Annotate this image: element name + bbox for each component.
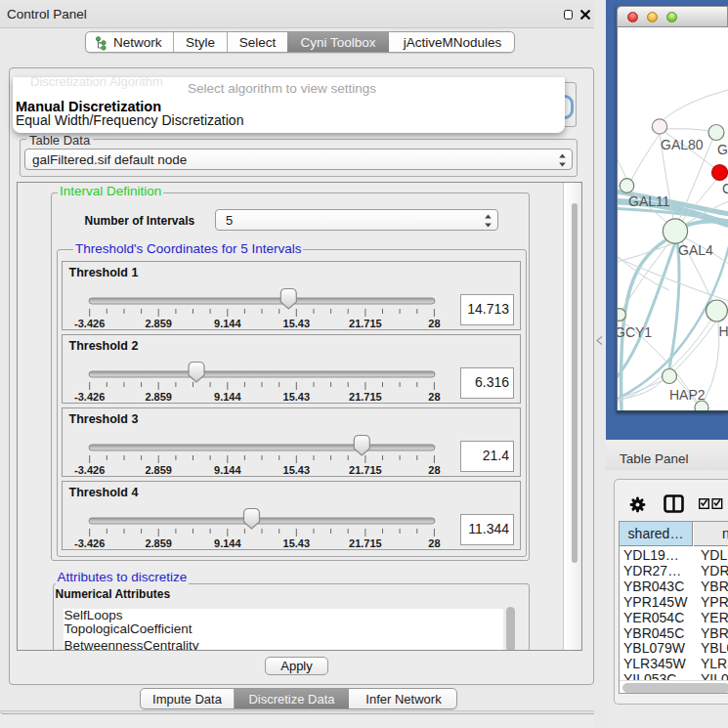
svg-text:GAL11: GAL11 — [628, 193, 670, 209]
svg-text:9.144: 9.144 — [214, 464, 241, 476]
svg-text:28: 28 — [428, 537, 440, 549]
svg-text:C: C — [722, 181, 728, 196]
svg-text:15.43: 15.43 — [283, 537, 311, 549]
svg-text:15.43: 15.43 — [283, 391, 311, 403]
svg-text:21.715: 21.715 — [349, 318, 382, 329]
svg-text:-3.426: -3.426 — [74, 318, 105, 329]
svg-text:2.859: 2.859 — [145, 537, 172, 549]
svg-text:2.859: 2.859 — [145, 464, 172, 476]
svg-text:GCY1: GCY1 — [618, 324, 652, 340]
svg-text:21.715: 21.715 — [349, 537, 382, 549]
svg-text:9.144: 9.144 — [214, 318, 241, 329]
svg-text:28: 28 — [428, 464, 440, 476]
svg-text:2.859: 2.859 — [145, 391, 172, 403]
svg-text:GAL4: GAL4 — [678, 242, 713, 258]
svg-text:9.144: 9.144 — [214, 391, 241, 403]
svg-text:-3.426: -3.426 — [74, 537, 105, 549]
svg-text:15.43: 15.43 — [283, 318, 311, 329]
svg-text:H: H — [719, 323, 728, 339]
svg-text:2.859: 2.859 — [145, 318, 172, 329]
svg-text:15.43: 15.43 — [283, 464, 311, 476]
svg-text:GAL80: GAL80 — [661, 137, 704, 152]
svg-text:21.715: 21.715 — [349, 391, 382, 403]
svg-text:28: 28 — [428, 318, 440, 329]
svg-text:-3.426: -3.426 — [74, 464, 105, 476]
svg-text:GA: GA — [717, 142, 728, 157]
svg-text:28: 28 — [428, 391, 440, 403]
svg-text:9.144: 9.144 — [214, 537, 241, 549]
svg-text:HAP2: HAP2 — [669, 387, 706, 403]
svg-text:21.715: 21.715 — [349, 464, 382, 476]
svg-text:-3.426: -3.426 — [74, 391, 105, 403]
